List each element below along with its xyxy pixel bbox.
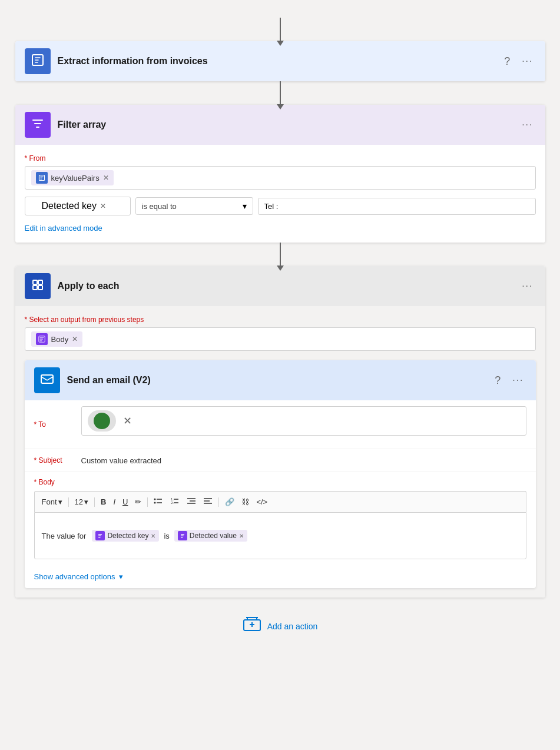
body-label: * Body: [34, 478, 526, 486]
email-card-actions: ? ···: [492, 372, 526, 389]
body-token-2-remove[interactable]: ✕: [239, 533, 244, 539]
apply-each-body: * Select an output from previous steps B…: [15, 306, 545, 598]
condition-operator-select[interactable]: is equal to ▾: [135, 197, 253, 215]
toolbar-sep-4: [218, 497, 219, 507]
italic-icon: I: [113, 497, 115, 506]
condition-token: Detected key ✕: [25, 197, 131, 215]
email-more-button[interactable]: ···: [510, 373, 526, 388]
to-remove-button[interactable]: ✕: [121, 412, 134, 430]
from-token-remove[interactable]: ✕: [103, 174, 109, 182]
filter-card: Filter array ··· * From keyValuePairs: [15, 105, 545, 243]
underline-icon: U: [122, 497, 128, 506]
condition-operator-text: is equal to: [142, 202, 239, 211]
apply-each-more-icon: ···: [522, 281, 533, 291]
underline-button[interactable]: U: [120, 496, 130, 507]
svg-rect-3: [33, 280, 37, 284]
apply-each-icon-box: [25, 273, 51, 299]
unlink-icon: ⛓: [241, 497, 249, 506]
edit-advanced-button[interactable]: Edit in advanced mode: [25, 224, 102, 233]
email-card-title: Send an email (V2): [67, 375, 493, 386]
show-advanced-button[interactable]: Show advanced options: [34, 572, 115, 581]
numbered-list-button[interactable]: 1.2.: [168, 495, 182, 509]
filter-more-icon: ···: [522, 120, 533, 130]
svg-rect-5: [33, 286, 37, 290]
body-token-2-label: Detected value: [190, 532, 237, 540]
svg-rect-8: [41, 375, 53, 383]
subject-field-value: [81, 455, 526, 466]
filter-icon: [31, 117, 45, 134]
extract-card-header: Extract information from invoices ? ···: [15, 41, 545, 81]
arrow-1: [280, 81, 281, 105]
link-button[interactable]: 🔗: [223, 496, 237, 507]
apply-each-header: Apply to each ···: [15, 266, 545, 306]
rich-toolbar: Font ▾ 12 ▾ B I: [34, 491, 526, 512]
svg-rect-4: [38, 280, 42, 284]
subject-input[interactable]: [81, 456, 526, 465]
extract-more-button[interactable]: ···: [519, 54, 535, 69]
email-card: Send an email (V2) ? ··· * To: [25, 360, 536, 588]
arrow-2: [280, 243, 281, 266]
apply-each-card: Apply to each ··· * Select an output fro…: [15, 266, 545, 598]
code-icon: </>: [256, 497, 267, 506]
email-help-icon: ?: [495, 374, 501, 387]
extract-title: Extract information from invoices: [58, 56, 502, 67]
body-token-row: Body ✕: [25, 327, 536, 351]
body-token-remove[interactable]: ✕: [72, 335, 78, 343]
body-token-2: Detected value ✕: [174, 530, 247, 542]
toolbar-sep-3: [147, 497, 148, 507]
unlink-button[interactable]: ⛓: [239, 496, 251, 507]
highlight-button[interactable]: ✏: [132, 496, 144, 507]
extract-icon-box: [25, 48, 51, 74]
body-token-2-icon: [178, 531, 187, 540]
body-token-icon: [36, 333, 48, 345]
from-token: keyValuePairs ✕: [31, 170, 114, 185]
body-token-1-remove[interactable]: ✕: [151, 533, 155, 539]
chevron-down-icon: ▾: [243, 201, 247, 211]
add-action-button[interactable]: Add an action: [243, 615, 318, 637]
from-token-icon: [36, 172, 48, 184]
bullet-list-icon: [154, 496, 163, 507]
highlight-icon: ✏: [135, 497, 141, 506]
svg-text:2.: 2.: [171, 501, 174, 505]
from-input-row: keyValuePairs ✕: [25, 166, 536, 190]
font-size-dropdown-icon: ▾: [84, 497, 88, 506]
link-icon: 🔗: [225, 497, 234, 506]
outdent-icon: [203, 496, 213, 507]
from-token-label: keyValuePairs: [51, 174, 100, 182]
svg-point-11: [154, 502, 156, 504]
extract-card-actions: ? ···: [502, 53, 535, 70]
subject-label: * Subject: [34, 456, 81, 464]
bold-button[interactable]: B: [98, 496, 108, 507]
body-token-1-icon: [95, 531, 105, 540]
condition-token-remove[interactable]: ✕: [100, 202, 106, 210]
code-button[interactable]: </>: [254, 496, 270, 507]
show-advanced-chevron: ▾: [119, 572, 123, 581]
to-field-row: * To ✕: [25, 400, 536, 449]
condition-row: Detected key ✕ is equal to ▾: [25, 197, 536, 215]
bullet-list-button[interactable]: [151, 495, 165, 509]
add-action-label: Add an action: [267, 622, 318, 631]
font-select[interactable]: Font ▾: [39, 496, 65, 507]
show-advanced-section: Show advanced options ▾: [25, 565, 536, 588]
condition-value-input[interactable]: [258, 198, 536, 215]
indent-button[interactable]: [184, 495, 198, 509]
filter-card-body: * From keyValuePairs ✕: [15, 145, 545, 243]
extract-help-icon: ?: [504, 55, 510, 68]
extract-help-button[interactable]: ?: [502, 53, 512, 70]
from-label: * From: [25, 154, 536, 162]
subject-field-row: * Subject: [25, 449, 536, 472]
rich-body[interactable]: The value for Detected key ✕ is: [34, 512, 526, 559]
bold-icon: B: [101, 497, 106, 506]
extract-more-icon: ···: [522, 56, 533, 67]
outdent-button[interactable]: [201, 495, 215, 509]
to-label: * To: [34, 420, 81, 429]
font-dropdown-icon: ▾: [58, 497, 62, 506]
apply-each-more-button[interactable]: ···: [519, 278, 535, 294]
to-token: [88, 410, 116, 432]
font-size-select[interactable]: 12 ▾: [72, 496, 91, 507]
italic-button[interactable]: I: [111, 496, 118, 507]
font-size-label: 12: [75, 497, 83, 506]
apply-each-title: Apply to each: [58, 281, 520, 291]
email-help-button[interactable]: ?: [492, 372, 503, 389]
filter-more-button[interactable]: ···: [519, 117, 535, 132]
